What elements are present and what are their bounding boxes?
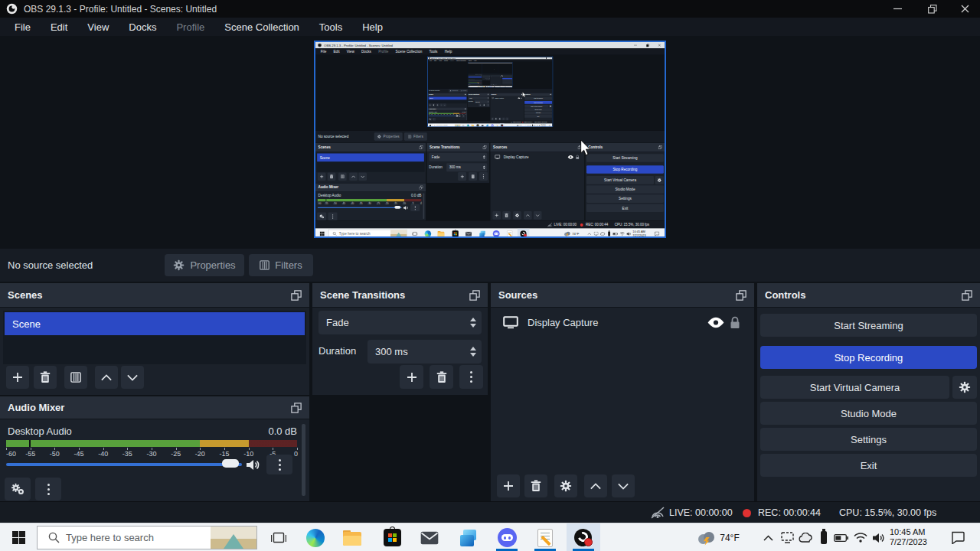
movies-app-taskbar-icon[interactable]: [458, 523, 479, 551]
remove-source-button[interactable]: [524, 474, 547, 497]
action-center-icon[interactable]: [946, 523, 969, 551]
popout-icon[interactable]: [469, 290, 480, 301]
display-capture-preview[interactable]: OBS 29.1.3 - Profile: Untitled - Scenes:…: [314, 41, 666, 238]
eye-icon[interactable]: [707, 317, 725, 328]
scenes-title: Scenes: [469, 76, 470, 77]
menu-view[interactable]: View: [77, 21, 119, 33]
meter-tick-label: -50: [333, 203, 337, 206]
menu-help[interactable]: Help: [352, 21, 393, 33]
menu-scene-collection[interactable]: Scene Collection: [214, 21, 309, 33]
stream-signal-icon: [511, 121, 513, 124]
remove-scene-button[interactable]: [34, 366, 57, 389]
notepad-taskbar-icon[interactable]: [534, 523, 556, 551]
popout-icon[interactable]: [962, 290, 972, 301]
notepad-taskbar-icon: [492, 86, 493, 87]
transition-value: Fade: [483, 77, 484, 77]
scene-up-button[interactable]: [95, 366, 118, 389]
file-explorer-taskbar-icon[interactable]: [341, 523, 363, 551]
add-source-button[interactable]: [497, 474, 520, 497]
restore-button[interactable]: [915, 0, 949, 18]
menu-docks[interactable]: Docks: [119, 21, 166, 33]
volume-slider[interactable]: [6, 463, 242, 466]
properties-label: Properties: [384, 135, 400, 139]
menu-profile: Profile: [375, 50, 392, 54]
settings-button[interactable]: Settings: [760, 428, 977, 451]
lock-icon[interactable]: [730, 316, 740, 329]
filters-button[interactable]: Filters: [249, 254, 313, 276]
mixer-menu-button: [469, 84, 471, 85]
controls-dock: Controls Start Streaming Stop Recording …: [586, 143, 665, 221]
mixer-menu-button[interactable]: [35, 478, 61, 500]
weather-icon[interactable]: [695, 523, 717, 551]
tray-clock[interactable]: 10:45 AM 7/27/2023: [890, 527, 942, 547]
advanced-audio-button[interactable]: [5, 478, 31, 500]
usb-device-icon[interactable]: [816, 523, 831, 551]
onedrive-icon[interactable]: [796, 523, 815, 551]
mail-icon: [466, 231, 472, 236]
channel-menu-button[interactable]: [266, 455, 292, 474]
popout-icon[interactable]: [291, 290, 302, 301]
start-virtual-camera-button[interactable]: Start Virtual Camera: [760, 376, 949, 399]
menu-docks: Docks: [443, 60, 449, 61]
virtual-camera-config-button[interactable]: [952, 376, 977, 399]
mixer-scrollbar[interactable]: [302, 424, 305, 496]
taskbar-search[interactable]: Type here to search: [37, 526, 257, 549]
task-view-button[interactable]: [265, 523, 292, 551]
menu-edit[interactable]: Edit: [41, 21, 77, 33]
popout-icon[interactable]: [291, 403, 302, 413]
menu-profile[interactable]: Profile: [166, 21, 214, 33]
add-scene-button[interactable]: [6, 366, 29, 389]
scenes-dock: Scenes Scene: [428, 93, 467, 108]
duration-spinbox[interactable]: 300 ms: [368, 340, 482, 364]
chevron-down-icon: [506, 119, 508, 119]
source-down-button[interactable]: [612, 474, 635, 497]
meter-tick-label: 0: [466, 114, 466, 115]
add-transition-button[interactable]: [400, 365, 423, 389]
search-highlight-image[interactable]: [211, 527, 256, 549]
tray-chevron-up-icon[interactable]: [760, 523, 776, 551]
properties-button[interactable]: Properties: [165, 254, 244, 276]
scene-item-selected[interactable]: Scene: [5, 312, 305, 335]
wifi-icon[interactable]: [851, 523, 870, 551]
popout-icon[interactable]: [736, 290, 746, 301]
transition-select[interactable]: Fade: [318, 311, 482, 334]
scene-filters-button[interactable]: [64, 366, 87, 389]
close-button[interactable]: [949, 0, 980, 18]
source-item[interactable]: Display Capture: [491, 311, 754, 334]
store-taskbar-icon[interactable]: [381, 523, 403, 551]
start-streaming-button[interactable]: Start Streaming: [760, 314, 977, 337]
weather-temp[interactable]: 74°F: [717, 523, 743, 551]
volume-slider-handle[interactable]: [222, 459, 239, 468]
gear-icon: [493, 84, 494, 85]
exit-button[interactable]: Exit: [760, 454, 977, 477]
tray-volume-icon[interactable]: [870, 523, 888, 551]
usb-device-icon: [505, 86, 506, 87]
edge-taskbar-icon[interactable]: [305, 523, 326, 551]
stop-recording-button[interactable]: Stop Recording: [760, 346, 977, 369]
trash-icon: [492, 84, 493, 85]
popout-icon: [419, 185, 423, 189]
transition-props-button[interactable]: [459, 365, 483, 389]
mail-taskbar-icon[interactable]: [419, 523, 440, 551]
scene-down-button[interactable]: [121, 366, 144, 389]
speaker-icon[interactable]: [247, 459, 260, 471]
meet-now-icon[interactable]: [778, 523, 796, 551]
obs-taskbar-icon[interactable]: [573, 523, 594, 551]
menu-tools[interactable]: Tools: [309, 21, 352, 33]
channel-name: Desktop Audio: [429, 111, 437, 112]
source-up-button[interactable]: [584, 474, 607, 497]
source-properties-button[interactable]: [554, 474, 577, 497]
start-button[interactable]: [0, 523, 37, 551]
studio-mode-button[interactable]: Studio Mode: [760, 402, 977, 425]
tray-chevron-up-icon: [502, 86, 503, 87]
task-view-button: [410, 229, 420, 236]
battery-icon[interactable]: [831, 523, 850, 551]
preview-slot: OBS 29.1.3 - Profile: Untitled - Scenes:…: [428, 57, 553, 127]
menu-file[interactable]: File: [5, 21, 41, 33]
sources-title: Sources: [492, 94, 497, 96]
remove-transition-button[interactable]: [430, 365, 453, 389]
obs-taskbar-active-tile: [518, 229, 530, 236]
discord-taskbar-icon[interactable]: [496, 523, 518, 551]
minimize-button[interactable]: [880, 0, 915, 18]
mixer-scrollbar: [423, 194, 424, 220]
